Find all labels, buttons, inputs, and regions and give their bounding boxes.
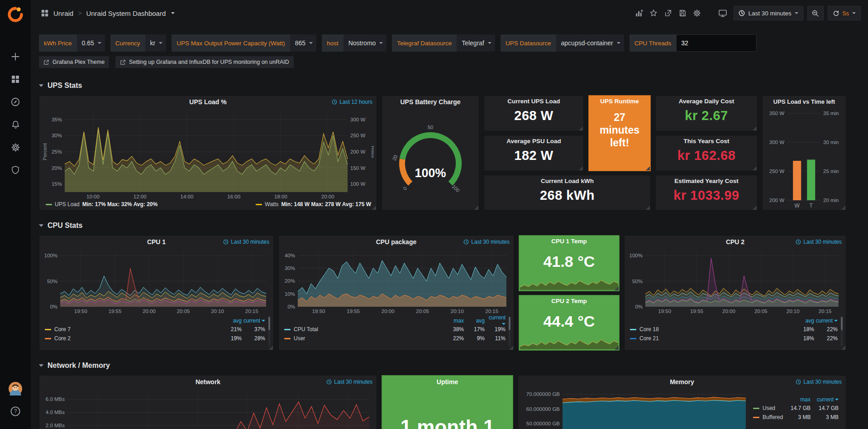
row-header-network-memory[interactable]: Network / Memory (39, 358, 861, 373)
time-range-badge[interactable]: Last 30 minutes (326, 379, 372, 385)
share-icon[interactable] (661, 6, 675, 20)
panel-title[interactable]: CPU 1 (147, 238, 166, 246)
panel-title[interactable]: Average Daily Cost (679, 98, 734, 105)
resize-handle[interactable] (509, 346, 513, 350)
variable-input-cpu-threads[interactable] (676, 34, 757, 52)
admin-shield-icon[interactable] (5, 162, 25, 178)
panel-title[interactable]: UPS Load vs Time left (773, 98, 835, 105)
panel-title[interactable]: CPU package (376, 238, 416, 246)
cpu2-chart[interactable]: 100%50%0%19:5019:5520:0020:0520:1020:15 (627, 249, 843, 315)
legend-scrollbar[interactable] (268, 317, 270, 347)
legend-item[interactable]: WattsMin: 148 W Max: 278 W Avg: 175 W (256, 201, 371, 207)
panel-title[interactable]: This Years Cost (683, 138, 729, 145)
resize-handle[interactable] (841, 346, 845, 350)
ups-vs-time-bar-chart[interactable]: 350 W300 W250 W200 W35 min30 min25 min20… (765, 109, 843, 210)
panel-title[interactable]: Average PSU Load (506, 138, 561, 145)
variable-value-ups-max-output-power-capacity-watt[interactable]: 865 (290, 34, 316, 52)
resize-handle[interactable] (841, 206, 845, 210)
time-range-badge[interactable]: Last 12 hours (332, 99, 372, 105)
legend-row[interactable]: User22%9%11% (284, 334, 506, 343)
legend-item[interactable]: UPS LoadMin: 17% Max: 32% Avg: 20% (46, 201, 157, 207)
dashboard-settings-icon[interactable] (690, 6, 704, 20)
time-range-badge[interactable]: Last 30 minutes (796, 379, 842, 385)
configuration-gear-icon[interactable] (5, 140, 25, 155)
star-icon[interactable] (647, 6, 660, 20)
explore-icon[interactable] (5, 94, 25, 110)
variable-value-kwh-price[interactable]: 0.65 (77, 34, 105, 52)
legend-row[interactable]: Core 721%37% (45, 325, 265, 334)
legend-sort-current[interactable]: current (814, 318, 838, 324)
ups-load-chart[interactable]: 35%30%25%20%15%300 W250 W200 W150 W100 W… (42, 109, 374, 200)
legend-sort-avg[interactable]: avg (791, 318, 814, 324)
create-icon[interactable] (5, 49, 25, 64)
alerting-bell-icon[interactable] (5, 117, 25, 132)
legend-row[interactable]: Buffered3 MB3 MB (753, 413, 839, 422)
legend-sort-avg[interactable]: avg (464, 318, 485, 324)
dashboard-link[interactable]: Grafana Plex Theme (39, 56, 109, 68)
battery-gauge[interactable]: 02050100100% (385, 109, 476, 210)
legend-row[interactable]: Core 219%28% (45, 334, 265, 343)
resize-handle[interactable] (269, 346, 273, 350)
legend-row[interactable]: CPU Total38%17%19% (284, 325, 506, 334)
panel-title[interactable]: CPU 2 (726, 238, 744, 246)
variable-value-ups-datasource[interactable]: apcupsd-container (556, 34, 624, 52)
cpu-package-chart[interactable]: 40%30%20%10%0%19:5019:5520:0020:0520:102… (281, 249, 511, 315)
dashboard-link[interactable]: Setting up Grafana and InfluxDB for UPS … (115, 56, 294, 68)
legend-sort-max[interactable]: max (443, 318, 464, 324)
resize-handle[interactable] (753, 126, 757, 130)
variable-value-host[interactable]: Nostromo (343, 34, 387, 52)
dashboard-title[interactable]: Unraid System Dashboard (86, 10, 166, 17)
time-range-badge[interactable]: Last 30 minutes (223, 239, 269, 245)
save-icon[interactable] (676, 6, 689, 20)
refresh-picker[interactable]: 5s (828, 6, 861, 20)
dashboard-caret-icon[interactable] (171, 12, 175, 14)
panel-title[interactable]: Current Load kWh (541, 178, 594, 184)
legend-sort-avg[interactable]: avg (218, 318, 242, 324)
panel-title[interactable]: CPU 2 Temp (551, 298, 587, 304)
time-range-badge[interactable]: Last 30 minutes (796, 239, 842, 245)
row-header-ups-stats[interactable]: UPS Stats (39, 78, 861, 93)
resize-handle[interactable] (474, 206, 478, 210)
panel-title[interactable]: CPU 1 Temp (551, 238, 587, 245)
variable-value-currency[interactable]: kr (145, 34, 167, 52)
legend-sort-max[interactable]: max (782, 396, 811, 403)
legend-row[interactable]: Core 1818%22% (630, 325, 838, 334)
tv-kiosk-icon[interactable] (716, 6, 730, 20)
dashboards-icon[interactable] (5, 72, 25, 87)
legend-sort-current[interactable]: current (242, 318, 265, 324)
resize-handle[interactable] (579, 126, 583, 130)
panel-title[interactable]: Memory (670, 378, 694, 386)
legend-row[interactable]: Used14.7 GB14.7 GB (753, 404, 839, 413)
breadcrumb-app[interactable]: Unraid (53, 10, 73, 17)
time-picker[interactable]: Last 30 minutes (734, 6, 803, 20)
panel-title[interactable]: UPS Load % (189, 98, 226, 106)
resize-handle[interactable] (579, 166, 583, 170)
resize-handle[interactable] (372, 206, 376, 210)
panel-title[interactable]: Estimated Yearly Cost (674, 178, 739, 184)
panel-title[interactable]: Network (196, 378, 220, 386)
legend-scrollbar[interactable] (841, 317, 843, 347)
network-chart[interactable]: 6.0 MBs4.0 MBs2.0 MBs19:5019:5520:0020:0… (42, 389, 374, 429)
help-icon[interactable]: ? (5, 404, 25, 419)
legend-scrollbar[interactable] (509, 317, 510, 347)
avatar[interactable] (5, 381, 25, 396)
panel-title[interactable]: Current UPS Load (507, 98, 560, 105)
resize-handle[interactable] (753, 166, 757, 170)
resize-handle[interactable] (615, 346, 619, 350)
grafana-logo[interactable] (0, 0, 31, 29)
panel-title[interactable]: UPS Runtime (600, 98, 639, 105)
legend-sort-current[interactable]: current (485, 314, 506, 327)
row-header-cpu-stats[interactable]: CPU Stats (39, 218, 861, 233)
zoom-out-icon[interactable] (807, 6, 824, 20)
resize-handle[interactable] (753, 206, 757, 210)
legend-sort-current[interactable]: current (811, 396, 839, 403)
variable-value-telegraf-datasource[interactable]: Telegraf (457, 34, 495, 52)
legend-row[interactable]: Core 2118%22% (630, 334, 838, 343)
time-range-badge[interactable]: Last 30 minutes (463, 239, 510, 245)
resize-handle[interactable] (646, 206, 650, 210)
cpu1-chart[interactable]: 100%50%0%19:5019:5520:0020:0520:1020:15 (42, 249, 271, 315)
resize-handle[interactable] (615, 286, 619, 290)
add-panel-icon[interactable] (632, 6, 646, 20)
panel-title[interactable]: UPS Battery Charge (400, 98, 460, 106)
panel-title[interactable]: Uptime (437, 378, 458, 386)
